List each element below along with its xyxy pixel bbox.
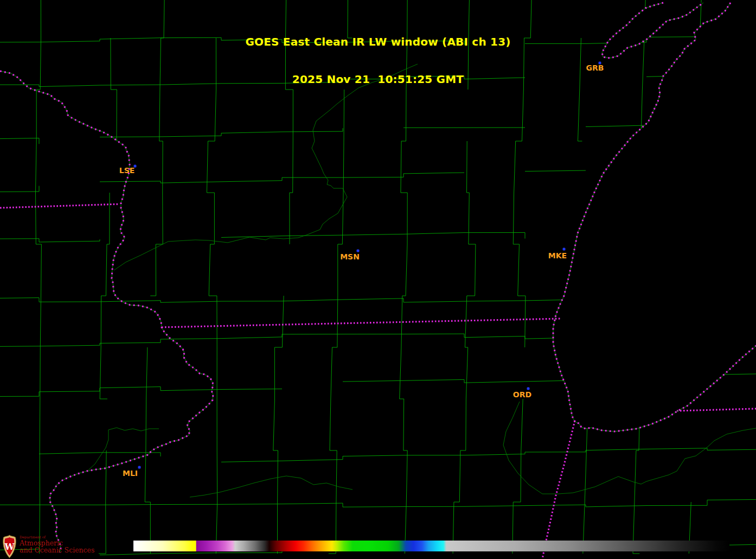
ia-mn-border <box>0 204 119 208</box>
goes-ir-satellite-viewer: GOES East Clean IR LW window (ABI ch 13)… <box>0 0 756 559</box>
station-dot-mli <box>138 466 141 469</box>
station-label-mli: MLI <box>123 469 138 478</box>
station-label-mke: MKE <box>548 251 567 260</box>
station-label-lse: LSE <box>119 166 135 175</box>
wi-il-border <box>162 319 561 327</box>
illinois-river <box>190 476 353 497</box>
uw-crest-icon: W <box>2 535 17 558</box>
station-dot-msn <box>357 250 360 252</box>
uw-aos-logo-text: Department of Atmospheric and Oceanic Sc… <box>20 535 94 554</box>
station-dot-ord <box>527 388 530 390</box>
title-line-1: GOES East Clean IR LW window (ABI ch 13) <box>0 36 756 48</box>
uw-aos-logo: W Department of Atmospheric and Oceanic … <box>2 535 94 558</box>
rock-river <box>88 428 159 470</box>
logo-oceanic-sciences: and Oceanic Sciences <box>20 547 94 554</box>
il-in-border <box>542 421 575 559</box>
station-label-grb: GRB <box>586 63 604 72</box>
station-label-msn: MSN <box>340 252 360 261</box>
image-title-block: GOES East Clean IR LW window (ABI ch 13)… <box>0 11 756 111</box>
station-dot-mke <box>563 248 566 251</box>
mississippi-river-border-underlay <box>0 71 213 552</box>
temperature-colorbar <box>133 541 729 551</box>
svg-text:W: W <box>4 542 15 552</box>
station-label-ord: ORD <box>513 390 531 399</box>
mi-in-border <box>677 409 756 411</box>
title-line-2: 2025 Nov 21 10:51:25 GMT <box>0 73 756 86</box>
mississippi-river-border <box>0 71 213 552</box>
